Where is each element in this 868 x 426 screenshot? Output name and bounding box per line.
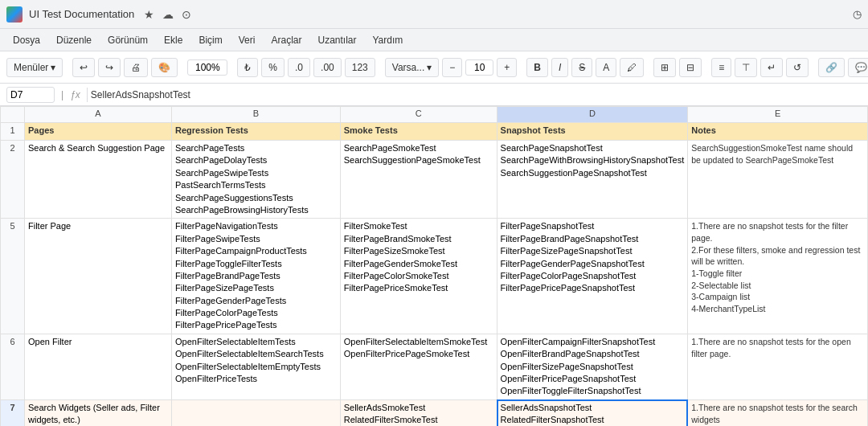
bold-button[interactable]: B [526, 58, 548, 77]
table-row: 5 Filter Page FilterPageNavigationTests … [1, 219, 868, 334]
cell-d7[interactable]: SellerAdsSnapshotTest RelatedFilterSnaps… [497, 399, 688, 426]
row-num-2: 2 [1, 141, 25, 219]
menu-bar: Dosya Düzenle Görünüm Ekle Biçim Veri Ar… [0, 29, 868, 51]
cell-e7[interactable]: 1.There are no snapshot tests for the se… [688, 399, 868, 426]
spreadsheet: A B C D E 1 Pages Regression Tests Smoke… [0, 106, 868, 426]
row-num-7: 7 [1, 399, 25, 426]
number-format[interactable]: 123 [345, 58, 375, 77]
merge-button[interactable]: ⊟ [679, 58, 702, 77]
col-header-c[interactable]: C [340, 107, 497, 123]
cell-a7[interactable]: Search Widgets (Seller ads, Filter widge… [25, 399, 172, 426]
table-header-row: 1 Pages Regression Tests Smoke Tests Sna… [1, 123, 868, 141]
comment-button[interactable]: 💬 [848, 58, 868, 77]
cell-c5[interactable]: FilterSmokeTest FilterPageBrandSmokeTest… [340, 219, 497, 334]
rotate-button[interactable]: ↺ [786, 58, 809, 77]
cell-a2[interactable]: Search & Search Suggestion Page [25, 141, 172, 219]
italic-button[interactable]: I [551, 58, 568, 77]
cell-e2[interactable]: SearchSuggestionSmokeTest name should be… [688, 141, 868, 219]
menu-veri[interactable]: Veri [232, 33, 262, 47]
print-button[interactable]: 🖨 [124, 58, 148, 77]
zoom-input[interactable] [187, 59, 227, 76]
menu-dosya[interactable]: Dosya [6, 33, 47, 47]
font-decrease[interactable]: − [442, 58, 462, 77]
history-icon[interactable]: ⊙ [182, 8, 191, 21]
cell-b5[interactable]: FilterPageNavigationTests FilterPageSwip… [172, 219, 341, 334]
col-header-b[interactable]: B [172, 107, 341, 123]
menu-yardim[interactable]: Yardım [366, 33, 410, 47]
corner-header [1, 107, 25, 123]
formula-divider: | [61, 89, 63, 100]
cloud-icon[interactable]: ☁ [162, 8, 174, 21]
highlight-button[interactable]: 🖊 [620, 58, 644, 77]
row-num-6: 6 [1, 334, 25, 399]
cell-e5[interactable]: 1.There are no snapshot tests for the fi… [688, 219, 868, 334]
cell-c7[interactable]: SellerAdsSmokeTest RelatedFilterSmokeTes… [340, 399, 497, 426]
col-header-d[interactable]: D [497, 107, 688, 123]
wrap-button[interactable]: ↵ [760, 58, 783, 77]
cell-b6[interactable]: OpenFilterSelectableItemTests OpenFilter… [172, 334, 341, 399]
cell-c6[interactable]: OpenFilterSelectableItemSmokeTest OpenFi… [340, 334, 497, 399]
menu-uzantilar[interactable]: Uzantılar [311, 33, 362, 47]
app-title: UI Test Documentation [29, 8, 134, 20]
row-num-1: 1 [1, 123, 25, 141]
formula-input[interactable]: SellerAdsSnapshotTest [87, 88, 862, 102]
clock-icon: ◷ [853, 8, 862, 20]
cell-d5[interactable]: FilterPageSnapshotTest FilterPageBrandPa… [497, 219, 688, 334]
header-snapshot[interactable]: Snapshot Tests [497, 123, 688, 141]
header-notes[interactable]: Notes [688, 123, 868, 141]
link-button[interactable]: 🔗 [818, 58, 845, 77]
align-v-button[interactable]: ⊤ [735, 58, 757, 77]
menu-araclar[interactable]: Araçlar [264, 33, 308, 47]
cell-d2[interactable]: SearchPageSnapshotTest SearchPageWithBro… [497, 141, 688, 219]
table-row: 7 Search Widgets (Seller ads, Filter wid… [1, 399, 868, 426]
star-icon[interactable]: ★ [144, 8, 154, 21]
header-regression[interactable]: Regression Tests [172, 123, 341, 141]
fx-icon[interactable]: ƒx [70, 89, 80, 100]
borders-button[interactable]: ⊞ [653, 58, 676, 77]
formula-bar: | ƒx SellerAdsSnapshotTest [0, 84, 868, 106]
cell-b7[interactable] [172, 399, 341, 426]
cell-e6[interactable]: 1.There are no snapshot tests for the op… [688, 334, 868, 399]
header-smoke[interactable]: Smoke Tests [340, 123, 497, 141]
font-chevron-icon: ▾ [427, 62, 432, 73]
paint-button[interactable]: 🎨 [151, 58, 178, 77]
undo-button[interactable]: ↩ [72, 58, 95, 77]
col-header-e[interactable]: E [688, 107, 868, 123]
font-select[interactable]: Varsa... ▾ [385, 58, 439, 77]
toolbar: Menüler ▾ ↩ ↪ 🖨 🎨 ₺ % .0 .00 123 Varsa..… [0, 51, 868, 84]
font-increase[interactable]: + [497, 58, 517, 77]
cell-a6[interactable]: Open Filter [25, 334, 172, 399]
currency-button[interactable]: ₺ [237, 58, 258, 77]
header-pages[interactable]: Pages [25, 123, 172, 141]
percent-button[interactable]: % [261, 58, 285, 77]
menu-ekle[interactable]: Ekle [158, 33, 189, 47]
title-bar-icons: ★ ☁ ⊙ [144, 8, 191, 21]
decimal-increase[interactable]: .00 [313, 58, 342, 77]
cell-a5[interactable]: Filter Page [25, 219, 172, 334]
redo-button[interactable]: ↪ [98, 58, 121, 77]
menu-gorunum[interactable]: Görünüm [101, 33, 154, 47]
align-h-button[interactable]: ≡ [711, 58, 731, 77]
table-row: 6 Open Filter OpenFilterSelectableItemTe… [1, 334, 868, 399]
decimal-decrease[interactable]: .0 [288, 58, 310, 77]
title-bar: UI Test Documentation ★ ☁ ⊙ ◷ [0, 0, 868, 29]
cell-d6[interactable]: OpenFilterCampaignFilterSnapshotTest Ope… [497, 334, 688, 399]
menu-duzenle[interactable]: Düzenle [50, 33, 98, 47]
menu-bicim[interactable]: Biçim [192, 33, 228, 47]
menus-button[interactable]: Menüler ▾ [6, 58, 63, 77]
strikethrough-button[interactable]: S [571, 58, 592, 77]
chevron-down-icon: ▾ [51, 62, 55, 73]
cell-reference-input[interactable] [6, 87, 55, 103]
main-table: A B C D E 1 Pages Regression Tests Smoke… [0, 106, 868, 426]
cell-b2[interactable]: SearchPageTests SearchPageDolayTests Sea… [172, 141, 341, 219]
cell-c2[interactable]: SearchPageSmokeTest SearchSuggestionPage… [340, 141, 497, 219]
font-color-button[interactable]: A [596, 58, 616, 77]
row-num-5: 5 [1, 219, 25, 334]
font-size-input[interactable] [465, 59, 493, 76]
col-header-a[interactable]: A [25, 107, 172, 123]
table-row: 2 Search & Search Suggestion Page Search… [1, 141, 868, 219]
app-logo [6, 6, 23, 23]
